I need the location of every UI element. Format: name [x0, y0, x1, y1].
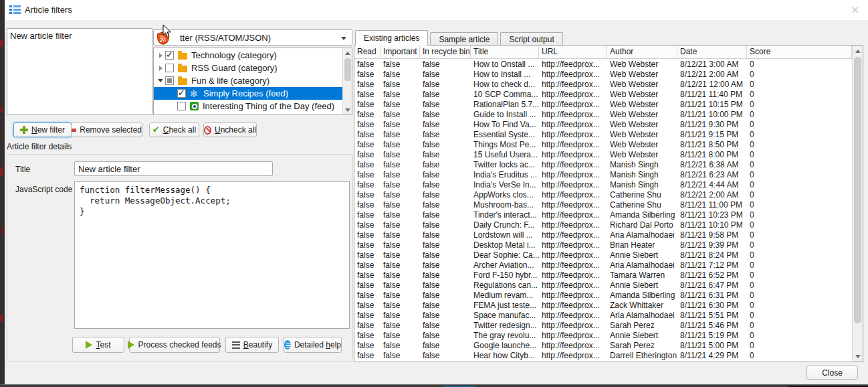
table-row[interactable]: falsefalsefalseIndia's Eruditus ...http:…: [354, 170, 852, 180]
cell-date: 8/12/21 6:38 AM: [677, 160, 747, 170]
beautify-button[interactable]: Beautify: [225, 337, 279, 353]
cell-important: false: [381, 80, 420, 90]
column-header-important[interactable]: Important: [381, 46, 420, 58]
column-header-score[interactable]: Score: [747, 46, 852, 58]
table-row[interactable]: falsefalsefalseHow to Install ...http://…: [354, 70, 852, 80]
scroll-down-arrow-icon[interactable]: [853, 351, 863, 362]
feed-icon: [190, 114, 199, 115]
feed-checkbox[interactable]: [165, 76, 174, 85]
cell-important: false: [381, 230, 420, 240]
scrollbar-thumb[interactable]: [854, 57, 861, 323]
table-row[interactable]: falsefalsefalseHear how Cityb...http://f…: [354, 351, 852, 361]
table-row[interactable]: falsefalsefalseMedium revam...http://fee…: [354, 291, 852, 301]
feed-tree-item[interactable]: RSS Guard (category): [154, 62, 342, 74]
scrollbar-thumb[interactable]: [344, 58, 351, 81]
table-row[interactable]: falsefalsefalseFord F-150 hybr...http://…: [354, 270, 852, 281]
scroll-up-arrow-icon[interactable]: [343, 48, 352, 58]
feed-checkbox[interactable]: [177, 114, 186, 115]
cell-recycle: false: [420, 130, 471, 140]
table-row[interactable]: falsefalsefalseGuide to Install ...http:…: [354, 110, 852, 120]
table-row[interactable]: falsefalsefalseSpace manufac...http://fe…: [354, 311, 852, 321]
table-row[interactable]: falsefalsefalseHow to check d...http://f…: [354, 80, 852, 90]
column-header-title[interactable]: Title: [471, 46, 539, 58]
test-button[interactable]: Test: [72, 337, 124, 353]
detailed-help-button[interactable]: Detailed help: [284, 337, 342, 353]
tree-vertical-scrollbar[interactable]: [342, 48, 352, 114]
table-body: falsefalsefalseHow to Onstall ...http://…: [354, 60, 852, 362]
title-input[interactable]: [74, 161, 273, 176]
table-row[interactable]: falsefalsefalseHow to Onstall ...http://…: [354, 60, 852, 70]
feed-checkbox[interactable]: [177, 89, 186, 98]
table-row[interactable]: falsefalsefalseDaily Crunch: F...http://…: [354, 220, 852, 230]
table-row[interactable]: falsefalsefalseGoogle launche...http://f…: [354, 341, 852, 351]
cell-important: false: [381, 100, 420, 110]
close-button[interactable]: Close: [806, 366, 858, 380]
cell-score: 0: [747, 260, 852, 270]
cell-date: 8/11/21 6:30 PM: [677, 301, 747, 311]
list-item[interactable]: New article filter: [7, 29, 152, 43]
cell-date: 8/11/21 11:40 PM: [677, 90, 747, 100]
filters-list[interactable]: New article filter: [7, 28, 152, 115]
table-row[interactable]: falsefalsefalseArcher Aviation...http://…: [354, 260, 852, 270]
table-row[interactable]: falsefalsefalseTinder's interact...http:…: [354, 210, 852, 220]
javascript-code-editor[interactable]: function filterMessage() { return Messag…: [74, 181, 350, 329]
table-row[interactable]: falsefalsefalseFEMA just teste...http://…: [354, 301, 852, 311]
table-row[interactable]: falsefalsefalseDear Sophie: Ca...http://…: [354, 250, 852, 260]
tab-existing-articles[interactable]: Existing articles: [355, 30, 428, 46]
cell-author: Manish Singh: [607, 160, 677, 170]
expand-arrow-icon[interactable]: [156, 53, 165, 58]
column-header-date[interactable]: Date: [677, 46, 747, 58]
table-row[interactable]: falsefalsefalseRegulations can...http://…: [354, 281, 852, 291]
scroll-up-arrow-icon[interactable]: [853, 46, 863, 56]
table-row[interactable]: falsefalsefalseTwitter redesign...http:/…: [354, 321, 852, 331]
table-row[interactable]: falsefalsefalseRationalPlan 5.7...http:/…: [354, 100, 852, 110]
cell-title: Daily Crunch: F...: [471, 220, 539, 230]
scroll-down-arrow-icon[interactable]: [343, 105, 352, 114]
table-row[interactable]: falsefalsefalseMushroom-bas...http://fee…: [354, 200, 852, 210]
window-close-icon[interactable]: ✕: [851, 4, 859, 16]
feed-tree-item[interactable]: Technology (category): [154, 49, 342, 62]
remove-selected-button[interactable]: Remove selected: [71, 123, 142, 137]
account-dropdown[interactable]: tter (RSS/ATOM/JSON): [153, 29, 352, 46]
cell-title: How to Onstall ...: [471, 60, 539, 70]
cell-author: Richard Dal Porto: [607, 220, 677, 230]
column-header-read[interactable]: Read: [354, 46, 381, 58]
table-row[interactable]: falsefalsefalseHow To Find Va...http://f…: [354, 120, 852, 130]
table-row[interactable]: falsefalsefalseAppWorks clos...http://fe…: [354, 190, 852, 200]
new-filter-button[interactable]: New filter: [13, 123, 72, 137]
tab-script-output[interactable]: Script output: [500, 32, 562, 46]
article-filters-list-icon: [9, 5, 21, 15]
feed-tree-item[interactable]: Fun & life (category): [154, 74, 342, 87]
column-header-author[interactable]: Author: [607, 46, 677, 58]
table-vertical-scrollbar[interactable]: [852, 46, 863, 362]
expand-arrow-icon[interactable]: [156, 79, 165, 82]
table-row[interactable]: falsefalsefalse10 SCP Comma...http://fee…: [354, 90, 852, 100]
feed-checkbox[interactable]: [165, 64, 174, 72]
table-row[interactable]: falsefalsefalseTwitter locks ac...http:/…: [354, 160, 852, 170]
cell-score: 0: [747, 80, 852, 90]
table-row[interactable]: falsefalsefalseEssential Syste...http://…: [354, 130, 852, 140]
table-row[interactable]: falsefalsefalse15 Useful Usera...http://…: [354, 150, 852, 160]
table-row[interactable]: falsefalsefalseIndia's VerSe In...http:/…: [354, 180, 852, 190]
process-checked-feeds-button[interactable]: Process checked feeds: [129, 337, 220, 353]
column-header-recycle[interactable]: In recycle bin: [420, 46, 471, 58]
feed-checkbox[interactable]: [165, 51, 174, 60]
table-row[interactable]: falsefalsefalseThe gray revolu...http://…: [354, 331, 852, 341]
cell-read: false: [354, 190, 381, 200]
table-row[interactable]: falsefalsefalseThings Most Pe...http://f…: [354, 140, 852, 150]
details-group: Title JavaScript code function filterMes…: [7, 154, 353, 362]
check-all-button[interactable]: Check all: [149, 123, 199, 137]
tab-sample-article[interactable]: Sample article: [430, 32, 498, 46]
table-row[interactable]: falsefalsefalseDesktop Metal i...http://…: [354, 240, 852, 250]
expand-arrow-icon[interactable]: [156, 66, 165, 71]
uncheck-all-button[interactable]: Uncheck all: [203, 123, 257, 137]
feed-tree-item[interactable]: Interesting Thing of the Day (feed): [154, 100, 342, 112]
cell-url: http://feedprox...: [539, 160, 607, 170]
column-header-url[interactable]: URL: [539, 46, 607, 58]
titlebar[interactable]: Article filters ✕: [5, 0, 868, 20]
feed-tree-item[interactable]: Simply Recipes (feed): [154, 87, 342, 100]
feeds-tree[interactable]: Technology (category) RSS Guard (categor…: [153, 48, 352, 115]
feed-tree-item[interactable]: Mashable (feed): [154, 112, 342, 115]
table-row[interactable]: falsefalsefalseLordstown will ...http://…: [354, 230, 852, 240]
feed-checkbox[interactable]: [177, 102, 186, 110]
